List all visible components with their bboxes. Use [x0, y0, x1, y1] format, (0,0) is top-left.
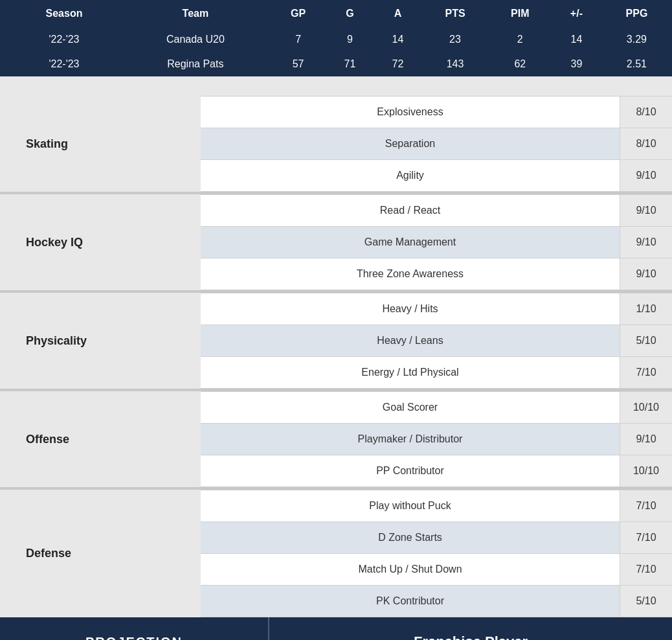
skill-row: PK Contributor5/10 [201, 586, 672, 617]
skill-score: 9/10 [620, 227, 672, 258]
skills-container: SkatingExplosiveness8/10Separation8/10Ag… [0, 96, 672, 617]
skill-row: Agility9/10 [201, 160, 672, 192]
col-pts: PTS [421, 0, 488, 27]
projection-value-text: Franchise Player [414, 634, 528, 640]
projection-label-text: PROJECTION [85, 635, 183, 641]
skill-row: Play without Puck7/10 [201, 490, 672, 522]
skill-group: SkatingExplosiveness8/10Separation8/10Ag… [0, 96, 672, 192]
skill-score: 7/10 [620, 554, 672, 585]
skill-name: Play without Puck [201, 490, 620, 521]
skill-category: Skating [0, 96, 201, 192]
skill-rows: Read / React9/10Game Management9/10Three… [201, 194, 672, 290]
skill-score: 9/10 [620, 160, 672, 191]
skill-name: Explosiveness [201, 97, 620, 128]
stat-pim: 2 [489, 27, 552, 52]
stat-season: '22-'23 [0, 27, 120, 52]
skill-name: D Zone Starts [201, 522, 620, 553]
skill-group: Hockey IQRead / React9/10Game Management… [0, 194, 672, 290]
skill-name: Goal Scorer [201, 392, 620, 423]
skill-category-label: Offense [26, 433, 69, 446]
skill-score: 1/10 [620, 293, 672, 325]
col-g: G [326, 0, 374, 27]
projection-label: PROJECTION [0, 617, 269, 640]
skill-row: Separation8/10 [201, 128, 672, 160]
col-ppg: PPG [601, 0, 672, 27]
skill-row: Read / React9/10 [201, 194, 672, 227]
stat-a: 14 [374, 27, 421, 52]
skill-row: Game Management9/10 [201, 227, 672, 258]
stat-team: Canada U20 [120, 27, 271, 52]
skill-row: Heavy / Leans5/10 [201, 325, 672, 357]
skill-category: Offense [0, 391, 201, 487]
skill-score: 9/10 [620, 195, 672, 226]
skill-score: 10/10 [620, 392, 672, 423]
skill-category-label: Hockey IQ [26, 236, 83, 249]
skill-name: Three Zone Awareness [201, 258, 620, 290]
col-team: Team [120, 0, 271, 27]
skill-name: Separation [201, 128, 620, 159]
skill-name: Playmaker / Distributor [201, 424, 620, 455]
col-season: Season [0, 0, 120, 27]
stat-plusminus: 39 [552, 52, 601, 76]
skill-score: 7/10 [620, 357, 672, 388]
skill-name: PK Contributor [201, 586, 620, 617]
stat-pts: 143 [421, 52, 488, 76]
skill-score: 5/10 [620, 586, 672, 617]
stat-ppg: 2.51 [601, 52, 672, 76]
skill-group: PhysicalityHeavy / Hits1/10Heavy / Leans… [0, 293, 672, 389]
skill-row: Goal Scorer10/10 [201, 391, 672, 424]
stat-ppg: 3.29 [601, 27, 672, 52]
skill-name: Match Up / Shut Down [201, 554, 620, 585]
skill-category-label: Physicality [26, 334, 87, 348]
skill-name: Heavy / Leans [201, 325, 620, 356]
skill-category: Defense [0, 490, 201, 617]
stats-row: '22-'23Regina Pats57717214362392.51 [0, 52, 672, 76]
stat-gp: 57 [271, 52, 326, 76]
skill-rows: Explosiveness8/10Separation8/10Agility9/… [201, 96, 672, 192]
skill-group: OffenseGoal Scorer10/10Playmaker / Distr… [0, 391, 672, 487]
stats-table: Season Team GP G A PTS PIM +/- PPG '22-'… [0, 0, 672, 76]
skill-rows: Play without Puck7/10D Zone Starts7/10Ma… [201, 490, 672, 617]
skill-score: 8/10 [620, 97, 672, 128]
skill-category: Physicality [0, 293, 201, 389]
skill-score: 7/10 [620, 522, 672, 553]
stat-gp: 7 [271, 27, 326, 52]
skill-score: 8/10 [620, 128, 672, 159]
stat-team: Regina Pats [120, 52, 271, 76]
skill-row: Heavy / Hits1/10 [201, 293, 672, 325]
skill-row: D Zone Starts7/10 [201, 522, 672, 554]
skill-row: Playmaker / Distributor9/10 [201, 424, 672, 455]
skill-name: Agility [201, 160, 620, 191]
col-gp: GP [271, 0, 326, 27]
projection-footer: PROJECTION Franchise Player [0, 617, 672, 640]
skill-score: 10/10 [620, 455, 672, 486]
skill-score: 9/10 [620, 258, 672, 290]
stat-plusminus: 14 [552, 27, 601, 52]
stat-pim: 62 [489, 52, 552, 76]
skill-score: 5/10 [620, 325, 672, 356]
skill-rows: Goal Scorer10/10Playmaker / Distributor9… [201, 391, 672, 487]
skill-row: PP Contributor10/10 [201, 455, 672, 487]
col-a: A [374, 0, 421, 27]
skill-name: Read / React [201, 195, 620, 226]
spacer [0, 76, 672, 96]
skill-category-label: Defense [26, 547, 71, 560]
skill-score: 7/10 [620, 490, 672, 521]
skill-category: Hockey IQ [0, 194, 201, 290]
col-pim: PIM [489, 0, 552, 27]
stat-g: 9 [326, 27, 374, 52]
skill-row: Explosiveness8/10 [201, 96, 672, 128]
skill-row: Match Up / Shut Down7/10 [201, 554, 672, 586]
stat-g: 71 [326, 52, 374, 76]
skill-category-label: Skating [26, 137, 68, 151]
skill-row: Energy / Ltd Physical7/10 [201, 357, 672, 389]
skill-group: DefensePlay without Puck7/10D Zone Start… [0, 490, 672, 617]
skill-name: Heavy / Hits [201, 293, 620, 325]
stat-a: 72 [374, 52, 421, 76]
stats-row: '22-'23Canada U207914232143.29 [0, 27, 672, 52]
skill-name: Energy / Ltd Physical [201, 357, 620, 388]
skill-rows: Heavy / Hits1/10Heavy / Leans5/10Energy … [201, 293, 672, 389]
col-plusminus: +/- [552, 0, 601, 27]
projection-value: Franchise Player [269, 617, 672, 640]
stat-season: '22-'23 [0, 52, 120, 76]
